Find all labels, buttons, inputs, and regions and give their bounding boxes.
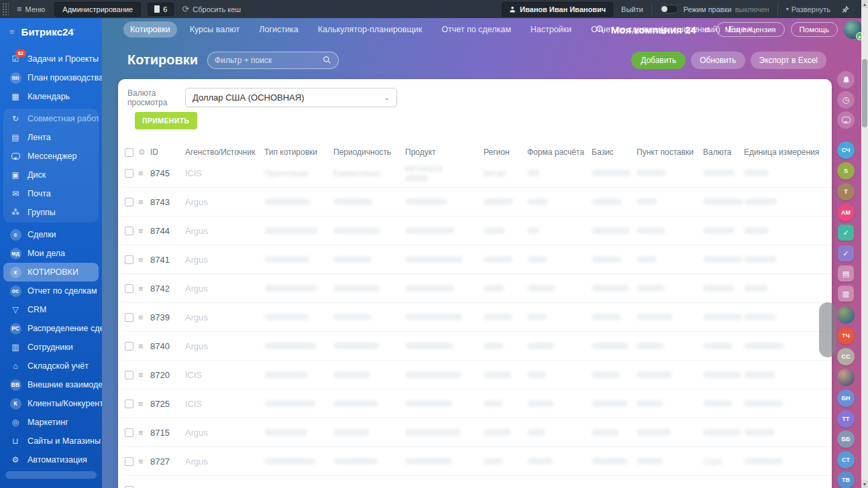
row-checkbox[interactable] xyxy=(125,428,133,437)
notifications-badge[interactable]: 6 xyxy=(148,3,174,16)
avatar-АМ[interactable]: АМ xyxy=(837,204,855,221)
row-menu-icon[interactable]: ≡ xyxy=(138,370,150,380)
currency-select[interactable]: Доллар США (ОСНОВНАЯ) ⌄ xyxy=(185,88,397,107)
table-row[interactable]: ≡8739Argus xyxy=(118,303,832,332)
row-menu-icon[interactable]: ≡ xyxy=(138,399,150,409)
avatar-ТТ[interactable]: ТТ xyxy=(837,410,855,428)
tab-отчет-по-сделкам[interactable]: Отчет по сделкам xyxy=(435,21,518,38)
table-row[interactable]: ≡8743Argus xyxy=(118,188,832,217)
idcard-icon[interactable]: ▥ xyxy=(838,286,854,302)
sidebar-item-groups[interactable]: ⁂Группы xyxy=(3,203,99,222)
sidebar-item-external-integrations[interactable]: ВВВнешние взаимодейс... xyxy=(0,375,102,394)
sidebar-item-mail[interactable]: ✉Почта xyxy=(3,184,99,203)
select-all-checkbox[interactable] xyxy=(125,148,133,157)
table-row[interactable]: ≡8744Argus xyxy=(118,217,832,245)
tab-логистика[interactable]: Логистика xyxy=(252,21,305,38)
logout-link[interactable]: Выйти xyxy=(621,5,643,13)
table-row[interactable]: ≡8725ICIS xyxy=(118,389,832,418)
avatar-СТ[interactable]: СТ xyxy=(837,451,855,469)
refresh-button[interactable]: Обновить xyxy=(691,52,745,69)
checklist-teal-icon[interactable]: ✓ xyxy=(838,225,854,241)
row-checkbox[interactable] xyxy=(125,371,133,379)
avatar-ТВ[interactable]: ТВ xyxy=(837,471,855,488)
company-name[interactable]: Моя компания 24◦ xyxy=(611,24,698,36)
search-icon[interactable] xyxy=(596,25,605,34)
help-button[interactable]: Помощь xyxy=(791,22,838,37)
sidebar-item-clients-competitors[interactable]: ККлиенты/Конкуренты xyxy=(0,394,102,413)
row-checkbox[interactable] xyxy=(125,342,133,351)
row-menu-icon[interactable]: ≡ xyxy=(138,341,150,351)
sidebar-item-marketing[interactable]: ◎Маркетинг xyxy=(0,413,102,432)
avatar-ББ[interactable]: ББ xyxy=(837,430,855,448)
row-checkbox[interactable] xyxy=(125,457,133,466)
scroll-down-icon[interactable]: ▼ xyxy=(861,480,868,488)
chat-icon[interactable] xyxy=(837,111,855,129)
sidebar-item-feed[interactable]: ▤Лента xyxy=(3,128,99,147)
reset-cache-button[interactable]: ⟳ Сбросить кеш xyxy=(182,4,241,14)
sidebar-item-deals-report[interactable]: осОтчет по сделкам xyxy=(0,282,102,300)
sidebar-item-crm[interactable]: ▽CRM xyxy=(0,300,102,319)
sidebar-item-sites-stores[interactable]: ⊔Сайты и Магазины xyxy=(0,432,102,450)
sidebar-item-deal-distribution[interactable]: РСРаспределение сдело... xyxy=(0,319,102,338)
table-row[interactable]: ≡8727ArgusСША xyxy=(118,447,832,476)
sidebar-item-my-tasks[interactable]: мдМои дела xyxy=(0,244,102,263)
table-row[interactable]: ≡8720ICIS xyxy=(118,361,832,389)
brand[interactable]: ≡ Битрикс24◦ xyxy=(0,18,102,44)
scroll-up-icon[interactable]: ▲ xyxy=(861,0,868,8)
avatar-T[interactable]: T xyxy=(837,183,855,200)
avatar-СЧ[interactable]: СЧ xyxy=(837,141,855,159)
sidebar-group-header[interactable]: ↻Совместная работа⌃ xyxy=(3,109,99,128)
row-menu-icon[interactable]: ≡ xyxy=(138,226,150,236)
bell-icon[interactable] xyxy=(837,71,855,88)
row-checkbox[interactable] xyxy=(125,486,133,488)
row-checkbox[interactable] xyxy=(125,400,133,408)
avatar-S[interactable]: S xyxy=(837,162,855,180)
row-checkbox[interactable] xyxy=(125,169,133,178)
row-checkbox[interactable] xyxy=(125,284,133,293)
table-row[interactable]: ≡8745ICISПрогнознаяЕжемесячноМЕТАНОЛКита… xyxy=(118,159,832,188)
tab-котировки[interactable]: Котировки xyxy=(123,21,177,38)
board-icon[interactable]: ▤ xyxy=(838,265,854,282)
filter-search-input[interactable] xyxy=(215,56,323,65)
table-row[interactable]: ≡8740Argus xyxy=(118,332,832,361)
tab-курсы-валют[interactable]: Курсы валют xyxy=(183,21,247,38)
current-user-button[interactable]: Иванов Иван Иванович xyxy=(502,2,613,17)
row-menu-icon[interactable]: ≡ xyxy=(138,197,150,207)
sidebar-item-deals[interactable]: сСделки xyxy=(0,225,102,244)
tab-настройки[interactable]: Настройки xyxy=(524,21,578,38)
history-icon[interactable]: ◷ xyxy=(837,91,855,109)
pin-icon[interactable] xyxy=(841,5,849,13)
checklist-purple-icon[interactable]: ✓ xyxy=(838,245,854,261)
apply-button[interactable]: ПРИМЕНИТЬ xyxy=(135,112,197,129)
row-menu-icon[interactable]: ≡ xyxy=(138,168,150,178)
sidebar-item-production-plan[interactable]: ппПлан производства xyxy=(0,68,102,87)
sidebar-item-quotes[interactable]: кКОТИРОВКИ xyxy=(3,263,99,282)
menu-button[interactable]: ≡ Меню xyxy=(17,4,45,14)
sidebar-item-warehouse[interactable]: ⌂Складской учёт xyxy=(0,357,102,375)
content-scroll-thumb[interactable] xyxy=(819,302,836,357)
table-row[interactable]: ≡8742Argus xyxy=(118,274,832,303)
sidebar-item-automation[interactable]: ⚙Автоматизация xyxy=(0,450,102,469)
avatar-БН[interactable]: БН xyxy=(837,389,855,407)
row-menu-icon[interactable]: ≡ xyxy=(138,456,150,467)
admin-button[interactable]: Администрирование xyxy=(54,2,141,17)
page-scrollbar[interactable]: ▲ ▼ xyxy=(861,0,868,488)
row-checkbox[interactable] xyxy=(125,198,133,206)
row-menu-icon[interactable]: ≡ xyxy=(138,485,150,488)
row-menu-icon[interactable]: ≡ xyxy=(138,428,150,438)
expand-button[interactable]: ▾ Развернуть xyxy=(786,5,830,13)
row-menu-icon[interactable]: ≡ xyxy=(138,312,150,322)
table-row[interactable]: ≡8715Argus xyxy=(118,418,832,447)
table-row[interactable]: ≡ xyxy=(118,476,832,488)
photo-avatar[interactable] xyxy=(837,306,855,324)
row-checkbox[interactable] xyxy=(125,227,133,235)
sidebar-item-drive[interactable]: ▣Диск xyxy=(3,166,99,184)
sidebar-item-messenger[interactable]: Мессенджер xyxy=(3,147,99,166)
avatar-ТЧ[interactable]: ТЧ xyxy=(837,327,855,345)
photo-avatar[interactable] xyxy=(837,369,855,386)
add-button[interactable]: Добавить xyxy=(631,52,686,69)
edit-mode-toggle[interactable] xyxy=(660,5,678,13)
license-button[interactable]: Моя лицензия xyxy=(716,22,785,37)
table-row[interactable]: ≡8741Argus xyxy=(118,245,832,274)
row-checkbox[interactable] xyxy=(125,255,133,264)
